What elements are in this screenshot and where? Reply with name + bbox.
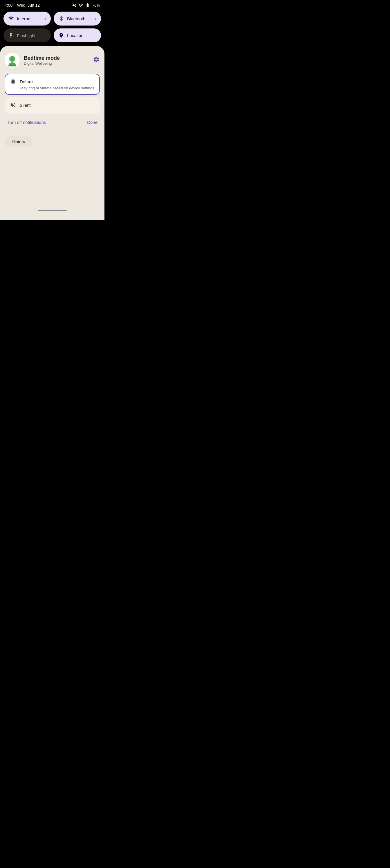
tile-location[interactable]: Location	[54, 28, 101, 42]
bedtime-header: Beta Bedtime mode Digital Wellbeing	[5, 53, 100, 68]
notif-default-header: Default	[10, 78, 95, 85]
settings-icon-button[interactable]	[93, 56, 100, 65]
tile-bluetooth[interactable]: Bluetooth ›	[54, 11, 101, 26]
notif-default-desc: May ring or vibrate based on device sett…	[10, 86, 95, 90]
bedtime-text: Bedtime mode Digital Wellbeing	[24, 55, 60, 66]
notif-option-default[interactable]: Default May ring or vibrate based on dev…	[5, 74, 100, 95]
flashlight-label: Flashlight	[17, 33, 35, 38]
location-label: Location	[67, 33, 84, 38]
location-tile-icon	[58, 32, 64, 38]
notification-options: Default May ring or vibrate based on dev…	[5, 74, 100, 114]
turn-off-notifications-link[interactable]: Turn off notifications	[7, 120, 46, 125]
bell-icon	[10, 78, 16, 85]
avatar-head	[9, 56, 15, 62]
flashlight-tile-icon	[8, 32, 14, 38]
battery-icon	[85, 3, 91, 7]
bluetooth-tile-icon	[58, 16, 64, 22]
internet-chevron: ›	[45, 16, 46, 21]
bedtime-title: Bedtime mode	[24, 55, 60, 61]
bell-off-icon	[10, 102, 16, 108]
empty-space	[5, 147, 100, 205]
bedtime-mode-card: Beta Bedtime mode Digital Wellbeing	[5, 52, 100, 130]
done-button[interactable]: Done	[87, 120, 97, 125]
bottom-sheet: Beta Bedtime mode Digital Wellbeing	[0, 46, 104, 220]
wifi-tile-icon	[8, 16, 14, 22]
notif-silent-label: Silent	[20, 103, 31, 107]
time: 4:00	[5, 3, 12, 7]
battery-percent: 70%	[92, 3, 100, 7]
bedtime-subtitle: Digital Wellbeing	[24, 61, 60, 66]
bottom-actions: Turn off notifications Done	[5, 119, 100, 126]
history-button[interactable]: History	[5, 136, 32, 147]
notif-option-silent[interactable]: Silent	[5, 97, 100, 114]
home-bar	[38, 210, 67, 211]
wifi-icon	[78, 3, 83, 7]
bluetooth-chevron: ›	[95, 16, 96, 21]
tile-internet[interactable]: Internet ›	[3, 11, 51, 26]
internet-label: Internet	[17, 16, 32, 21]
avatar: Beta	[5, 53, 20, 68]
notif-default-label: Default	[20, 79, 34, 84]
status-bar: 4:00 Wed, Jun 12 70%	[0, 0, 104, 9]
notif-silent-header: Silent	[10, 102, 95, 108]
bluetooth-label: Bluetooth	[67, 16, 85, 21]
quick-tiles-grid: Internet › Bluetooth › Flashlight Locati…	[0, 9, 104, 46]
avatar-beta-label: Beta	[9, 64, 15, 67]
tile-flashlight[interactable]: Flashlight	[3, 28, 51, 42]
status-icons: 70%	[72, 3, 100, 7]
date: Wed, Jun 12	[17, 3, 40, 7]
status-time-date: 4:00 Wed, Jun 12	[5, 3, 40, 7]
mute-icon	[72, 3, 77, 7]
home-indicator	[5, 205, 100, 213]
